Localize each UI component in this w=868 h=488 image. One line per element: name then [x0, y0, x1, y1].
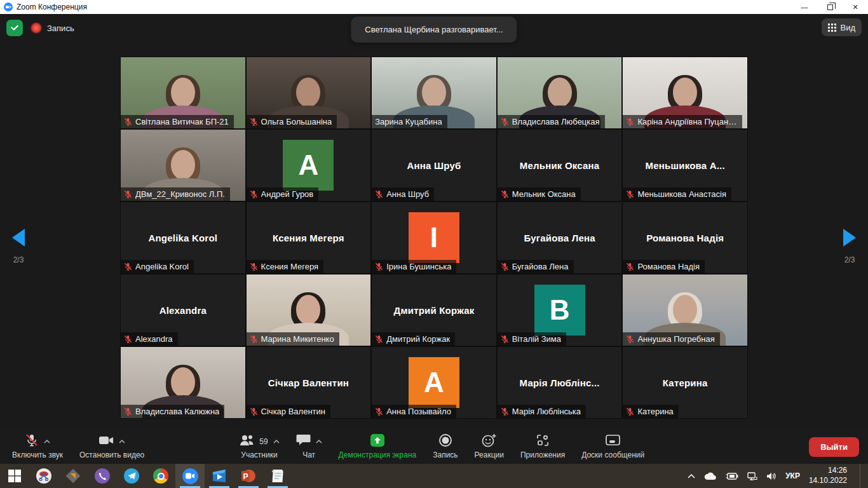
- muted-mic-icon: [501, 262, 509, 271]
- chevron-up-icon[interactable]: [119, 440, 125, 444]
- participant-tile[interactable]: В Віталій Зима: [498, 274, 622, 346]
- participant-tile[interactable]: Зарина Куцабина: [372, 57, 496, 128]
- participant-name-label: Анна Позывайло: [386, 407, 451, 416]
- participant-name-label: Зарина Куцабина: [375, 117, 442, 126]
- participant-tile[interactable]: Катерина Катерина: [623, 347, 747, 418]
- participant-name-label: Віталій Зима: [512, 334, 561, 344]
- hidden-icons-chevron-icon[interactable]: [688, 473, 695, 478]
- chevron-up-icon[interactable]: [44, 440, 50, 444]
- toolbar-record[interactable]: Запись: [424, 430, 466, 464]
- participant-tile[interactable]: Світлана Витичак БП-21: [121, 57, 245, 128]
- muted-mic-icon: [124, 190, 132, 198]
- toolbar-item-label: Остановить видео: [79, 451, 144, 459]
- participant-tile[interactable]: Марина Микитенко: [247, 274, 371, 346]
- toolbar-item-label: Чат: [302, 451, 315, 459]
- participant-name-label: Меньшикова Анастасія: [637, 189, 726, 199]
- avatar-letter: А: [283, 140, 334, 191]
- participant-name-tag: Каріна Андріївна Пуцанко...: [623, 115, 742, 128]
- participant-tile[interactable]: Марія Люблінс... Марія Люблінська: [498, 347, 622, 418]
- network-icon[interactable]: [747, 472, 757, 480]
- participant-name-label: Alexandra: [135, 334, 173, 344]
- taskbar-movies-tv-icon[interactable]: [205, 464, 234, 488]
- participant-tile[interactable]: Владислава Любецкая: [498, 57, 622, 128]
- participant-tile[interactable]: Бугайова Лена Бугайова Лена: [498, 202, 622, 273]
- battery-plug-icon[interactable]: [726, 472, 738, 480]
- participant-name-tag: Марія Люблінська: [498, 405, 586, 418]
- toolbar-whiteboard[interactable]: Доски сообщений: [573, 430, 653, 464]
- close-button[interactable]: ✕: [843, 0, 868, 14]
- zoom-app-icon: [4, 3, 13, 11]
- participant-name-tag: Бугайова Лена: [498, 260, 574, 273]
- participant-tile[interactable]: А Андрей Гуров: [247, 130, 371, 201]
- language-indicator[interactable]: УКР: [785, 471, 800, 480]
- participant-tile[interactable]: Дмитрий Коржак Дмитрий Коржак: [372, 274, 496, 346]
- participant-tile[interactable]: ДВм_22_Кривонос Л.П.: [121, 130, 245, 201]
- show-desktop-button[interactable]: [860, 464, 863, 488]
- taskbar-gom-player-icon[interactable]: [58, 464, 88, 488]
- taskbar-snipping-tool-icon[interactable]: [29, 464, 58, 488]
- system-tray: УКР 14:26 14.10.2022: [688, 464, 868, 488]
- taskbar-notepad-icon[interactable]: [263, 464, 292, 488]
- next-page-arrow-icon[interactable]: [843, 229, 856, 247]
- participant-tile[interactable]: Каріна Андріївна Пуцанко...: [623, 57, 747, 128]
- toolbar-reactions[interactable]: Реакции: [466, 430, 512, 464]
- participant-tile[interactable]: Аннушка Погребная: [623, 274, 747, 346]
- restore-button[interactable]: [817, 0, 843, 14]
- muted-mic-icon: [626, 407, 634, 416]
- minimize-button[interactable]: —: [792, 0, 817, 14]
- toolbar-item-label: Включить звук: [12, 451, 63, 459]
- previous-page-arrow-icon[interactable]: [12, 229, 25, 247]
- clock[interactable]: 14:26 14.10.2022: [809, 466, 851, 485]
- volume-icon[interactable]: [766, 472, 776, 480]
- toolbar-participants[interactable]: 59Участники: [231, 430, 287, 464]
- apps-icon: [536, 433, 550, 450]
- participant-tile[interactable]: Анна Шруб Анна Шруб: [372, 130, 496, 201]
- page-indicator: 2/3: [4, 255, 33, 264]
- next-page-nav: 2/3: [835, 229, 864, 264]
- participant-tile[interactable]: А Анна Позывайло: [372, 347, 496, 418]
- toolbar-share-screen[interactable]: Демонстрация экрана: [330, 430, 425, 464]
- participant-tile[interactable]: Ольга Большаніна: [247, 57, 371, 128]
- toolbar-camera[interactable]: Остановить видео: [71, 430, 153, 464]
- taskbar-telegram-icon[interactable]: [117, 464, 146, 488]
- participant-name-tag: Меньшикова Анастасія: [623, 187, 731, 201]
- participant-name-label: Світлана Витичак БП-21: [135, 117, 229, 126]
- participant-tile[interactable]: Мельник Оксана Мельник Оксана: [498, 130, 622, 201]
- participant-name-tag: Дмитрий Коржак: [372, 332, 455, 346]
- svg-text:P: P: [243, 472, 248, 481]
- participant-name-tag: Марина Микитенко: [247, 332, 339, 346]
- participant-name-label: Романова Надія: [637, 262, 700, 271]
- participant-tile[interactable]: Меньшикова А... Меньшикова Анастасія: [623, 130, 747, 201]
- taskbar-start-icon[interactable]: [0, 464, 29, 488]
- participant-tile[interactable]: Романова Надія Романова Надія: [623, 202, 747, 273]
- taskbar-powerpoint-icon[interactable]: P: [234, 464, 263, 488]
- view-button-label: Вид: [840, 23, 855, 32]
- leave-meeting-button[interactable]: Выйти: [809, 437, 859, 457]
- view-button[interactable]: Вид: [822, 18, 862, 36]
- toolbar-apps[interactable]: Приложения: [512, 430, 573, 464]
- participant-tile[interactable]: Alexandra Alexandra: [121, 274, 245, 346]
- toolbar-item-label: Запись: [433, 451, 458, 459]
- chevron-up-icon[interactable]: [273, 440, 280, 444]
- participant-grid: Світлана Витичак БП-21 Ольга Большаніна …: [121, 57, 747, 418]
- participant-name-label: Марина Микитенко: [261, 334, 334, 344]
- chevron-up-icon[interactable]: [316, 440, 322, 444]
- toolbar-mic-muted[interactable]: Включить звук: [4, 430, 71, 464]
- participant-name-tag: Владислава Калюжна: [121, 405, 224, 418]
- participant-tile[interactable]: Angelika Korol Angelika Korol: [121, 202, 245, 273]
- avatar-letter: І: [409, 212, 459, 263]
- toolbar-item-label: Приложения: [520, 451, 565, 459]
- taskbar-viber-icon[interactable]: [88, 464, 117, 488]
- participant-tile[interactable]: Владислава Калюжна: [121, 347, 245, 418]
- toolbar-item-label: Доски сообщений: [581, 451, 644, 459]
- taskbar-zoom-icon[interactable]: [175, 464, 205, 488]
- taskbar-chrome-icon[interactable]: [146, 464, 175, 488]
- toolbar-chat[interactable]: Чат: [288, 430, 330, 464]
- tray-date: 14.10.2022: [809, 476, 847, 486]
- participant-tile[interactable]: І Ірина Бушинська: [372, 202, 496, 273]
- onedrive-cloud-icon[interactable]: [704, 472, 717, 480]
- participant-tile[interactable]: Ксения Мегеря Ксения Мегеря: [247, 202, 371, 273]
- participant-name-label: Ольга Большаніна: [261, 117, 332, 126]
- participant-tile[interactable]: Січкар Валентин Січкар Валентин: [247, 347, 371, 418]
- security-shield-icon[interactable]: [6, 20, 23, 36]
